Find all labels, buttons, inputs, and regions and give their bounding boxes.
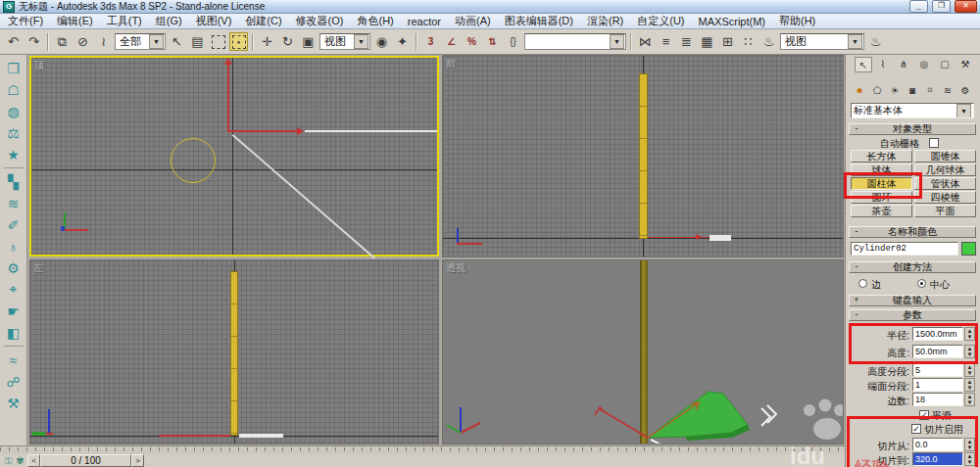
button-geosphere[interactable]: 几何球体 [914, 163, 976, 176]
object-color-swatch[interactable] [961, 242, 976, 256]
button-box[interactable]: 长方体 [851, 150, 912, 163]
set-key-icon[interactable]: ⚿ [3, 455, 14, 466]
select-manipulate-icon[interactable]: ✦ [393, 32, 412, 51]
menu-customize[interactable]: 自定义(U) [637, 14, 684, 28]
slice-to-field[interactable]: 320.0 [912, 452, 963, 466]
restore-button[interactable]: ❐ [932, 0, 951, 13]
smooth-checkbox[interactable]: ✓ [919, 410, 929, 420]
reactor-hand-icon[interactable]: ☛ [3, 301, 24, 321]
snap-toggle-icon[interactable]: 3 [421, 32, 440, 51]
window-crossing-toggle-icon[interactable]: ● [229, 32, 248, 51]
redo-icon[interactable]: ↷ [24, 32, 43, 51]
cap-segments-spinner[interactable]: ▲▼ [964, 378, 975, 392]
height-field[interactable]: 50.0mm [912, 345, 963, 358]
menu-create[interactable]: 创建(C) [245, 14, 281, 28]
sides-spinner[interactable]: ▲▼ [964, 393, 975, 406]
tab-display[interactable]: ▢ [937, 57, 953, 70]
rectangular-region-icon[interactable] [209, 32, 227, 51]
undo-icon[interactable]: ↶ [4, 32, 23, 51]
slice-on-checkbox[interactable]: ✓ [911, 424, 921, 434]
named-selection-icon[interactable]: {} [504, 32, 522, 51]
autogrid-checkbox[interactable] [929, 138, 939, 148]
select-scale-icon[interactable]: ▣ [299, 32, 318, 51]
height-segments-field[interactable]: 5 [912, 363, 963, 377]
button-plane[interactable]: 平面 [914, 205, 976, 217]
menu-rendering[interactable]: 渲染(R) [587, 14, 623, 28]
selection-filter-dropdown[interactable]: 全部 ▼ [115, 33, 166, 50]
curve-editor-icon[interactable]: ▦ [698, 32, 716, 51]
select-rotate-icon[interactable]: ↻ [278, 32, 297, 51]
menu-tools[interactable]: 工具(T) [107, 14, 142, 28]
key-filter-icon[interactable]: ✾ [15, 455, 25, 466]
button-teapot[interactable]: 茶壶 [851, 205, 912, 217]
align-icon[interactable]: ≡ [657, 32, 675, 51]
viewport-left[interactable]: 左 [29, 259, 439, 444]
material-editor-icon[interactable]: ∷ [739, 32, 758, 51]
button-torus[interactable]: 圆环 [851, 191, 912, 204]
menu-reactor[interactable]: reactor [408, 16, 441, 27]
select-by-name-icon[interactable]: ▤ [188, 32, 207, 51]
percent-snap-icon[interactable]: % [463, 32, 481, 51]
schematic-view-icon[interactable]: ⊞ [718, 32, 737, 51]
track-bar[interactable] [0, 445, 845, 454]
time-prev-button[interactable]: < [27, 454, 40, 467]
reactor-star-icon[interactable]: ★ [3, 144, 24, 164]
rollout-name-color[interactable]: 名称和颜色 [849, 226, 976, 238]
tab-create[interactable]: ↖ [855, 57, 872, 72]
reactor-capsule-icon[interactable]: ✐ [3, 214, 24, 235]
time-slider-handle[interactable]: 0 / 100 [40, 454, 131, 467]
reactor-solver-icon[interactable]: ☍ [3, 371, 24, 392]
slice-to-spinner[interactable]: ▲▼ [964, 452, 975, 466]
sides-field[interactable]: 18 [912, 393, 963, 406]
rollout-parameters[interactable]: 参数 [849, 309, 976, 321]
tab-modify[interactable]: ⌇ [875, 57, 891, 70]
object-name-input[interactable]: Cylinder02 [851, 242, 958, 256]
menu-animation[interactable]: 动画(A) [455, 14, 491, 28]
tab-utilities[interactable]: ⚒ [957, 57, 973, 70]
menu-file[interactable]: 文件(F) [8, 14, 43, 28]
category-shapes-icon[interactable]: ⬠ [869, 83, 885, 97]
link-icon[interactable]: ⧉ [53, 32, 72, 51]
viewport-top[interactable]: 顶 [29, 56, 439, 257]
reactor-cloth-icon[interactable]: ☖ [3, 79, 24, 100]
menu-edit[interactable]: 编辑(E) [57, 14, 93, 28]
quick-render-icon[interactable]: ♨ [866, 32, 885, 51]
reactor-constraint-icon[interactable]: ⚖ [3, 122, 24, 143]
category-helpers-icon[interactable]: ⌗ [922, 83, 938, 97]
menu-maxscript[interactable]: MAXScript(M) [699, 16, 765, 27]
render-type-dropdown[interactable]: 视图 ▼ [780, 33, 864, 50]
rollout-creation-method[interactable]: 创建方法 [849, 261, 976, 273]
reactor-water-icon[interactable]: ≈ [3, 350, 24, 370]
reactor-spring-icon[interactable]: ≋ [3, 193, 24, 213]
tab-hierarchy[interactable]: ⋔ [896, 57, 911, 70]
cap-segments-field[interactable]: 1 [912, 378, 963, 392]
reactor-gear-icon[interactable]: ⚙ [3, 257, 24, 278]
menu-views[interactable]: 视图(V) [196, 14, 232, 28]
rollout-object-type[interactable]: 对象类型 [849, 123, 976, 135]
layer-manager-icon[interactable]: ≣ [677, 32, 696, 51]
menu-character[interactable]: 角色(H) [358, 14, 394, 28]
menu-graph-editors[interactable]: 图表编辑器(D) [505, 14, 573, 28]
category-geometry-icon[interactable]: ● [852, 83, 867, 97]
button-sphere[interactable]: 球体 [851, 163, 912, 176]
radio-edge[interactable] [858, 279, 867, 288]
reactor-checker-icon[interactable]: ▚ [3, 171, 24, 192]
minimize-button[interactable]: _ [909, 0, 928, 13]
primitive-category-dropdown[interactable]: 标准基本体 ▼ [851, 103, 974, 118]
viewport-front[interactable]: 前 [442, 55, 844, 257]
mirror-icon[interactable]: ⋈ [636, 32, 655, 51]
radius-field[interactable]: 1500.0mm [912, 327, 963, 341]
rollout-keyboard-entry[interactable]: 键盘输入 [849, 295, 976, 306]
bind-spacewarp-icon[interactable]: ≀ [94, 32, 113, 51]
button-cylinder[interactable]: 圆柱体 [851, 177, 912, 190]
render-scene-icon[interactable]: ♨ [760, 32, 778, 51]
menu-help[interactable]: 帮助(H) [779, 14, 815, 28]
unlink-icon[interactable]: ⊘ [74, 32, 92, 51]
reactor-plane-icon[interactable]: ♁ [3, 236, 24, 257]
close-button[interactable]: ✕ [955, 0, 977, 13]
radio-center[interactable] [917, 279, 926, 288]
select-object-icon[interactable]: ↖ [168, 32, 186, 51]
button-cone[interactable]: 圆锥体 [914, 150, 976, 163]
category-lights-icon[interactable]: ☀ [887, 83, 903, 97]
button-pyramid[interactable]: 四棱锥 [914, 191, 976, 204]
